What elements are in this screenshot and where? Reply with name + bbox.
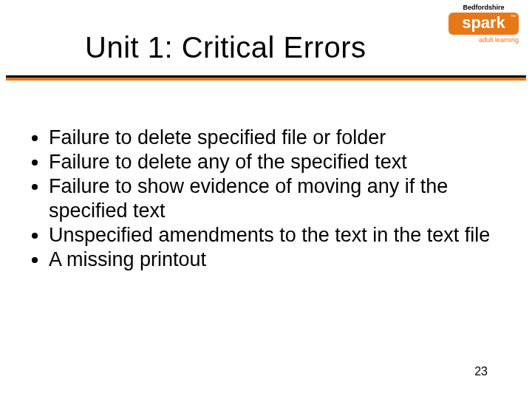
trademark-icon: ™ bbox=[511, 14, 516, 19]
bullet-list: Failure to delete specified file or fold… bbox=[22, 126, 510, 272]
list-item: Failure to delete specified file or fold… bbox=[49, 126, 510, 150]
list-item: Failure to delete any of the specified t… bbox=[49, 150, 510, 174]
logo-subtitle: adult learning bbox=[449, 36, 519, 44]
logo-top-text: Bedfordshire bbox=[449, 4, 519, 11]
page-number: 23 bbox=[474, 365, 488, 378]
header: Unit 1: Critical Errors Bedfordshire spa… bbox=[0, 0, 532, 78]
list-item: Failure to show evidence of moving any i… bbox=[49, 174, 510, 223]
spark-logo: Bedfordshire spark ™ adult learning bbox=[449, 4, 519, 55]
logo-word: spark bbox=[462, 13, 505, 32]
list-item: A missing printout bbox=[49, 248, 510, 272]
slide-title: Unit 1: Critical Errors bbox=[85, 31, 366, 64]
slide-body: Failure to delete specified file or fold… bbox=[22, 126, 510, 272]
logo-wordmark: spark ™ bbox=[449, 13, 519, 35]
divider-orange bbox=[6, 78, 526, 81]
list-item: Unspecified amendments to the text in th… bbox=[49, 223, 510, 248]
